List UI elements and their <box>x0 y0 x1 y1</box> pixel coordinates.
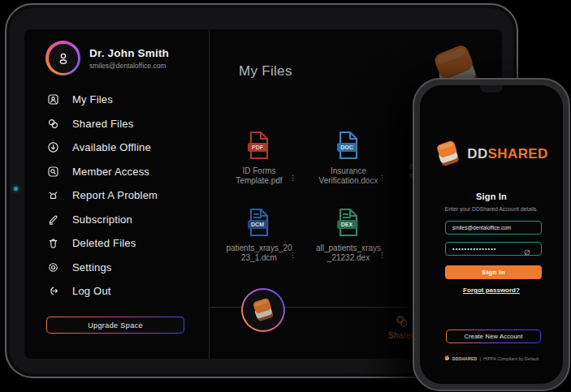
shared-icon <box>395 314 409 329</box>
download-circle-icon <box>47 141 59 153</box>
file-options-icon[interactable]: ⋮ <box>379 251 386 260</box>
sidebar-item-report-a-problem[interactable]: Report A Problem <box>47 183 158 208</box>
phone-footer: DDSHARED | HIPPA Compliant by Default <box>420 355 563 361</box>
footer-divider: | <box>479 356 480 361</box>
user-meta: Dr. John Smith smiles@dentaloffice.com <box>89 47 169 70</box>
sidebar-item-label: Log Out <box>72 285 111 297</box>
file-card-doc[interactable]: DOC Insurance Verification.docx ⋮ <box>312 130 385 186</box>
sign-in-button[interactable]: Sign In <box>445 265 542 279</box>
email-field[interactable] <box>445 221 542 235</box>
gear-icon <box>47 261 59 274</box>
sidebar-item-label: Report A Problem <box>72 189 158 201</box>
doc-file-icon: DOC <box>335 130 362 161</box>
sidebar-item-settings[interactable]: Settings <box>47 256 158 280</box>
file-name: all_patients_xrays_21232.dex ⋮ <box>315 243 382 263</box>
file-name: patients_xrays_2023_1.dcm ⋮ <box>226 243 292 263</box>
file-type-badge: DOC <box>340 144 353 150</box>
ddshared-logo-icon <box>243 290 283 330</box>
brand-wordmark: DDSHARED <box>467 146 548 162</box>
sidebar-item-label: Available Offline <box>72 141 151 153</box>
sign-in-title: Sign In <box>420 192 563 201</box>
file-type-badge: DCM <box>251 222 264 227</box>
file-card-pdf[interactable]: PDF ID Forms Template.pdf ⋮ <box>223 130 296 186</box>
file-options-icon[interactable]: ⋮ <box>289 251 296 260</box>
sidebar-item-label: Subscription <box>72 213 132 226</box>
sidebar-item-log-out[interactable]: Log Out <box>47 279 158 304</box>
tablet-camera-dot <box>14 187 18 191</box>
sidebar-item-label: Settings <box>72 261 112 274</box>
phone-camera-notch <box>480 85 503 93</box>
phone-screen: DDSHARED Sign In Enter your DDShared Acc… <box>420 85 563 384</box>
sidebar-item-member-access[interactable]: Member Access <box>47 160 158 184</box>
file-type-badge: PDF <box>252 144 264 150</box>
create-new-account-label: Create New Account <box>447 330 540 342</box>
file-card-dcm[interactable]: DCM patients_xrays_2023_1.dcm ⋮ <box>223 207 296 263</box>
eye-off-icon[interactable] <box>523 245 531 253</box>
user-profile: Dr. John Smith smiles@dentaloffice.com <box>45 41 169 75</box>
pdf-file-icon: PDF <box>245 130 273 161</box>
sidebar: Dr. John Smith smiles@dentaloffice.com M… <box>24 29 210 359</box>
sidebar-item-available-offline[interactable]: Available Offline <box>47 136 158 160</box>
file-card-dex[interactable]: DEX all_patients_xrays_21232.dex ⋮ <box>312 207 385 263</box>
shared-files-icon <box>47 118 59 130</box>
member-access-icon <box>47 166 59 178</box>
my-files-icon <box>47 93 59 106</box>
person-icon <box>49 44 78 73</box>
sidebar-item-label: Shared Files <box>72 118 133 130</box>
ddshared-logo-icon-small <box>444 355 450 361</box>
footer-brand: DDSHARED <box>452 356 478 361</box>
sidebar-item-label: My Files <box>72 93 113 106</box>
brand-logo: DDSHARED <box>420 140 563 167</box>
dex-file-icon: DEX <box>335 207 362 238</box>
footer-text: HIPPA Compliant by Default <box>483 356 539 361</box>
sidebar-item-subscription[interactable]: Subscription <box>47 208 158 232</box>
ddshared-fab-button[interactable] <box>241 288 285 332</box>
dcm-file-icon: DCM <box>245 207 273 238</box>
create-new-account-button[interactable]: Create New Account <box>446 330 541 343</box>
upgrade-space-button[interactable]: Upgrade Space <box>46 317 184 334</box>
user-name: Dr. John Smith <box>89 47 169 59</box>
file-options-icon[interactable]: ⋮ <box>379 174 386 183</box>
ddshared-logo-icon <box>435 140 461 167</box>
user-email: smiles@dentaloffice.com <box>89 62 169 70</box>
bug-alarm-icon <box>47 189 59 201</box>
shared-tab-label: Shared <box>388 331 416 340</box>
avatar[interactable] <box>45 41 80 75</box>
trash-icon <box>47 237 59 249</box>
log-out-icon <box>47 285 59 297</box>
sidebar-item-deleted-files[interactable]: Deleted Files <box>47 231 158 256</box>
forgot-password-link[interactable]: Forgot password? <box>420 286 563 294</box>
sidebar-menu: My Files Shared Files Available Offline <box>47 88 158 304</box>
sidebar-item-label: Member Access <box>72 166 149 178</box>
sidebar-item-label: Deleted Files <box>72 237 136 249</box>
file-name: ID Forms Template.pdf ⋮ <box>226 166 292 186</box>
upgrade-space-label: Upgrade Space <box>47 317 184 333</box>
sidebar-item-my-files[interactable]: My Files <box>47 88 158 112</box>
pencil-icon <box>47 213 59 226</box>
file-type-badge: DEX <box>341 222 353 227</box>
phone-device: DDSHARED Sign In Enter your DDShared Acc… <box>413 78 570 391</box>
page-title: My Files <box>239 63 292 80</box>
file-options-icon[interactable]: ⋮ <box>289 174 296 183</box>
sidebar-item-shared-files[interactable]: Shared Files <box>47 112 158 136</box>
file-name: Insurance Verification.docx ⋮ <box>315 166 382 186</box>
sign-in-subtitle: Enter your DDShared Account details. <box>420 206 563 212</box>
